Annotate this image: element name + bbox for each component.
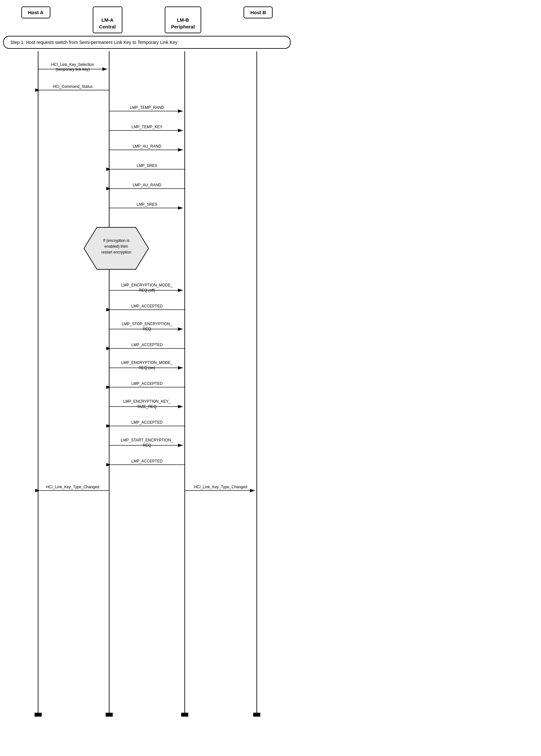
label-lmp-accepted-1: LMP_ACCEPTED [132,304,163,308]
label-lmp-accepted-5: LMP_ACCEPTED [132,459,163,463]
decision-label-1: If (encryption is [103,238,129,243]
label-lmp-stop-enc-1: LMP_STOP_ENCRYPTION_ [122,322,172,326]
label-lmp-temp-rand: LMP_TEMP_RAND [130,105,164,110]
label-lmp-accepted-2: LMP_ACCEPTED [132,343,163,347]
label-lmp-accepted-3: LMP_ACCEPTED [132,381,163,386]
sequence-diagram: Host A LM-ACentral LM-BPeripheral Host B… [0,0,294,733]
label-lmp-enc-mode-on-1: LMP_ENCRYPTION_MODE_ [121,360,173,365]
label-lmp-enc-mode-off-2: REQ (off) [139,288,155,293]
participant-host-b: Host B [244,6,272,18]
decision-label-2: enabled) then [104,244,128,249]
label-hci-command-status: HCI_Command_Status [53,84,92,89]
label-lmp-start-enc-2: REQ [143,443,151,448]
label-lmp-enc-key-size-2: SIZE_REQ [137,404,156,409]
label-lmp-sres-1: LMP_SRES [137,164,157,168]
participant-lm-a: LM-ACentral [93,6,122,33]
label-lmp-au-rand-1: LMP_AU_RAND [133,144,162,149]
decision-label-3: restart encryption [101,250,132,254]
label-lmp-enc-mode-on-2: REQ (on) [139,366,155,370]
label-lmp-enc-mode-off-1: LMP_ENCRYPTION_MODE_ [121,283,173,287]
label-hci-link-key-type-changed-b: HCI_Link_Key_Type_Changed [194,485,248,489]
lifeline-cap-lm-b [181,713,188,717]
step-banner: Step 1: Host requests switch from Semi-p… [3,36,291,49]
label-lmp-stop-enc-2: REQ [143,327,151,331]
label-lmp-enc-key-size-1: LMP_ENCRYPTION_KEY_ [123,399,171,404]
sequence-svg: HCI_Link_Key_Selection (temporary link k… [0,51,294,729]
participant-lm-b: LM-BPeripheral [165,6,201,33]
label-hci-link-key-selection: HCI_Link_Key_Selection [51,62,94,67]
label-lmp-temp-key: LMP_TEMP_KEY [132,125,162,129]
label-hci-link-key-selection-2: (temporary link key) [56,67,90,72]
label-lmp-au-rand-2: LMP_AU_RAND [133,183,162,187]
label-lmp-sres-2: LMP_SRES [137,202,157,207]
lifeline-cap-host-b [253,713,260,717]
label-hci-link-key-type-changed-a: HCI_Link_Key_Type_Changed [46,485,100,489]
lifeline-cap-lm-a [106,713,113,717]
label-lmp-accepted-4: LMP_ACCEPTED [132,420,163,425]
label-lmp-start-enc-1: LMP_START_ENCRYPTION_ [121,438,173,442]
participant-host-a: Host A [21,6,50,18]
lifeline-cap-host-a [35,713,42,717]
